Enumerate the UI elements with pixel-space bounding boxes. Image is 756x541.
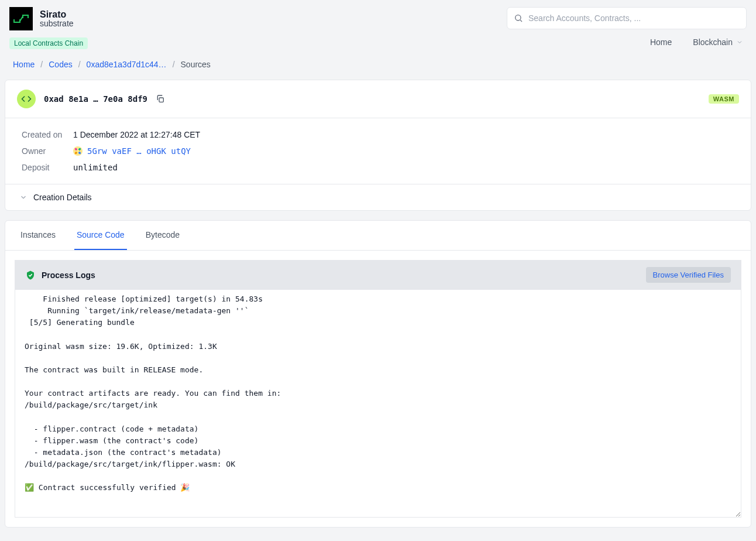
chevron-down-icon [19, 193, 28, 201]
code-hash: 0xad 8e1a … 7e0a 8df9 [44, 94, 147, 104]
meta-value: unlimited [73, 163, 118, 172]
meta-section: Created on 1 December 2022 at 12:27:48 C… [5, 118, 751, 184]
breadcrumb-sep: / [78, 60, 81, 69]
meta-deposit: Deposit unlimited [22, 159, 739, 176]
breadcrumb-sep: / [40, 60, 43, 69]
nav-home[interactable]: Home [650, 37, 672, 47]
creation-details-label: Creation Details [33, 193, 92, 202]
meta-label: Deposit [22, 163, 73, 172]
svg-line-1 [520, 20, 522, 22]
brand-subtitle: substrate [40, 19, 74, 28]
nav: Home Blockchain [650, 37, 747, 47]
brand[interactable]: Sirato substrate [9, 7, 88, 30]
nav-blockchain[interactable]: Blockchain [693, 37, 743, 47]
chain-tag[interactable]: Local Contracts Chain [9, 37, 88, 49]
tabs-card: Instances Source Code Bytecode Process L… [5, 220, 751, 528]
breadcrumb-codes[interactable]: Codes [49, 60, 72, 69]
breadcrumb-hash[interactable]: 0xad8e1a3d7d1c44… [87, 60, 167, 69]
logo-icon [9, 7, 33, 30]
svg-point-0 [516, 15, 521, 20]
breadcrumb-sep: / [173, 60, 175, 69]
breadcrumb: Home / Codes / 0xad8e1a3d7d1c44… / Sourc… [0, 49, 756, 80]
meta-value: 1 December 2022 at 12:27:48 CET [73, 130, 200, 139]
header-left: Sirato substrate Local Contracts Chain [9, 7, 88, 49]
tab-instances[interactable]: Instances [18, 221, 58, 250]
meta-owner: Owner 5Grw vaEF … oHGK utQY [22, 143, 739, 159]
browse-verified-files-button[interactable]: Browse Verified Files [646, 267, 731, 283]
creation-details-toggle[interactable]: Creation Details [5, 184, 751, 210]
meta-label: Created on [22, 130, 73, 139]
log-header: Process Logs Browse Verified Files [15, 260, 741, 290]
header-right: Home Blockchain [507, 7, 747, 47]
tab-source-code[interactable]: Source Code [74, 221, 127, 250]
header: Sirato substrate Local Contracts Chain H… [0, 0, 756, 49]
shield-check-icon [25, 270, 36, 280]
log-output[interactable]: Finished release [optimized] target(s) i… [15, 290, 741, 517]
copy-button[interactable] [156, 94, 165, 104]
code-card: 0xad 8e1a … 7e0a 8df9 WASM Created on 1 … [5, 80, 751, 211]
identicon-icon [73, 146, 83, 156]
meta-created-on: Created on 1 December 2022 at 12:27:48 C… [22, 126, 739, 143]
breadcrumb-home[interactable]: Home [13, 60, 35, 69]
owner-address: 5Grw vaEF … oHGK utQY [87, 146, 191, 156]
log-body: Finished release [optimized] target(s) i… [15, 290, 741, 518]
log-title: Process Logs [42, 270, 95, 280]
tab-bytecode[interactable]: Bytecode [143, 221, 182, 250]
search-wrap [507, 7, 747, 29]
wasm-badge: WASM [709, 94, 739, 104]
chevron-down-icon [736, 39, 743, 46]
nav-blockchain-label: Blockchain [693, 37, 733, 47]
code-header: 0xad 8e1a … 7e0a 8df9 WASM [5, 80, 751, 118]
copy-icon [156, 94, 165, 104]
breadcrumb-current: Sources [181, 60, 211, 69]
search-input[interactable] [507, 7, 747, 29]
svg-rect-2 [159, 98, 163, 102]
meta-label: Owner [22, 146, 73, 156]
code-icon [17, 90, 36, 108]
tabs: Instances Source Code Bytecode [5, 221, 751, 251]
search-icon [514, 13, 523, 23]
owner-link[interactable]: 5Grw vaEF … oHGK utQY [73, 146, 191, 156]
